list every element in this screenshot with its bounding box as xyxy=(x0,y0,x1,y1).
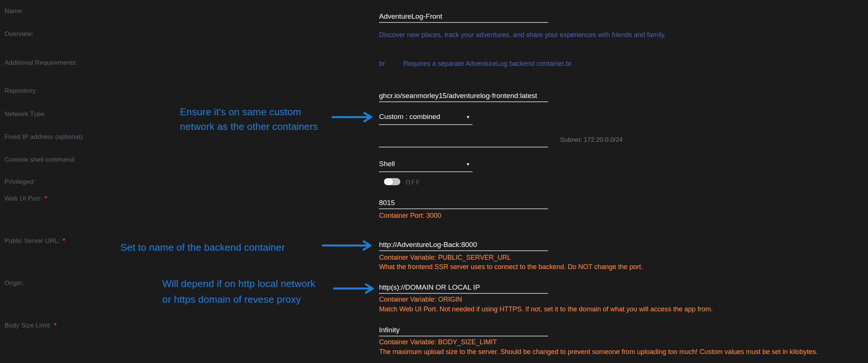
network-type-select[interactable]: Custom : combined ▼ xyxy=(379,113,473,125)
annotation-line: Set to name of the backend container xyxy=(120,240,285,255)
annotation-public-server-note: Set to name of the backend container xyxy=(120,240,285,255)
privileged-toggle[interactable] xyxy=(384,178,400,185)
toggle-knob xyxy=(384,179,393,185)
required-asterisk: * xyxy=(44,195,47,202)
dropdown-caret-icon: ▼ xyxy=(466,115,470,120)
subnet-hint: Subnet: 172.20.0.0/24 xyxy=(560,136,623,144)
webui-port-input[interactable] xyxy=(379,197,548,209)
required-asterisk: * xyxy=(54,322,56,329)
dropdown-caret-icon: ▼ xyxy=(466,162,470,167)
required-asterisk: * xyxy=(62,237,65,244)
public-server-url-description: What the frontend SSR server uses to con… xyxy=(379,263,643,271)
origin-description: Match Web UI Port. Not needed if using H… xyxy=(379,305,713,313)
body-size-limit-variable: Container Variable: BODY_SIZE_LIMIT xyxy=(379,338,497,346)
additional-requirements-text: br Requires a separate AdventureLog back… xyxy=(379,60,572,68)
privileged-label: Privileged: xyxy=(4,178,35,186)
public-server-url-label: Public Server URL:* xyxy=(4,237,65,245)
origin-input[interactable] xyxy=(379,281,548,294)
public-server-url-input[interactable] xyxy=(379,239,548,251)
origin-variable: Container Variable: ORIGIN xyxy=(379,296,462,303)
console-shell-select[interactable]: Shell ▼ xyxy=(379,160,473,172)
name-input[interactable] xyxy=(379,10,548,23)
public-server-url-variable: Container Variable: PUBLIC_SERVER_URL xyxy=(379,254,511,262)
name-label: Name: xyxy=(4,7,24,15)
arrow-icon xyxy=(333,283,379,294)
arrow-icon xyxy=(322,240,375,251)
repository-label: Repository: xyxy=(4,87,37,95)
webui-port-container-hint: Container Port: 3000 xyxy=(379,212,441,220)
webui-port-label: Web UI Port:* xyxy=(4,195,47,202)
origin-label: Origin: xyxy=(4,280,24,287)
annotation-line: network as the other containers xyxy=(180,119,318,134)
arrow-icon xyxy=(331,112,377,122)
repository-input[interactable] xyxy=(379,90,548,102)
fixed-ip-input[interactable] xyxy=(379,135,548,147)
console-shell-value: Shell xyxy=(379,160,395,168)
console-shell-label: Console shell command: xyxy=(4,156,76,164)
additional-requirements-label: Additional Requirements: xyxy=(4,59,77,67)
annotation-origin-note: Will depend if on http local network or … xyxy=(162,276,315,307)
body-size-limit-description: The maximum upload size to the server. S… xyxy=(379,348,818,356)
network-type-value: Custom : combined xyxy=(379,113,440,121)
network-type-label: Network Type: xyxy=(4,110,46,118)
fixed-ip-label: Fixed IP address (optional): xyxy=(4,133,84,141)
container-edit-form: Name: Overview: Additional Requirements:… xyxy=(0,0,868,363)
privileged-toggle-state: OFF xyxy=(406,179,421,186)
overview-text: Discover new places, track your adventur… xyxy=(379,31,666,39)
additional-requirements-main: Requires a separate AdventureLog backend… xyxy=(403,60,572,68)
body-size-limit-label: Body Size Limit:* xyxy=(4,322,56,329)
additional-requirements-prefix: br xyxy=(379,60,385,68)
overview-label: Overview: xyxy=(4,30,33,38)
annotation-line: or https domain of revese proxy xyxy=(162,292,315,307)
annotation-line: Will depend if on http local network xyxy=(162,276,315,292)
body-size-limit-input[interactable] xyxy=(379,324,548,336)
annotation-network-note: Ensure it's on same custom network as th… xyxy=(180,105,318,134)
annotation-line: Ensure it's on same custom xyxy=(180,105,318,119)
